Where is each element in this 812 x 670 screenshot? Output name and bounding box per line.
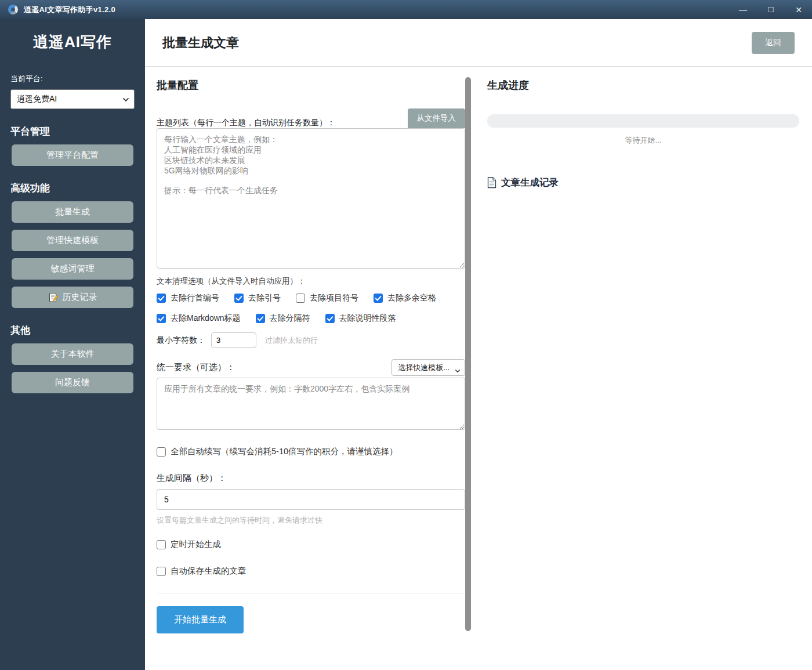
platform-select[interactable]: 逍遥免费AI [10,89,135,109]
interval-input[interactable] [157,489,465,510]
maximize-button[interactable]: □ [766,4,776,14]
sidebar-button-history[interactable]: 历史记录 [12,287,133,308]
checkbox-icon [296,294,305,303]
sidebar: 逍遥AI写作 当前平台: 逍遥免费AI 平台管理 管理平台配置 高级功能 批量生… [0,19,145,670]
import-file-button[interactable]: 从文件导入 [408,108,466,128]
close-button[interactable]: ✕ [793,5,804,15]
checkbox-remove-extra-spaces[interactable]: 去除多余空格 [374,293,436,303]
min-chars-input[interactable] [211,332,256,348]
sidebar-button-feedback[interactable]: 问题反馈 [12,372,133,393]
checkbox-icon [374,294,383,303]
template-select[interactable]: 选择快速模板... [392,359,465,376]
section-heading-platform: 平台管理 [0,125,145,138]
schedule-start-checkbox[interactable]: 定时开始生成 [157,539,465,550]
checkbox-icon [157,447,166,457]
back-button[interactable]: 返回 [752,32,795,54]
start-batch-button[interactable]: 开始批量生成 [157,606,244,633]
min-chars-hint: 过滤掉太短的行 [265,335,318,346]
checkbox-remove-markdown-headings[interactable]: 去除Markdown标题 [157,313,241,324]
sidebar-button-manage-platform[interactable]: 管理平台配置 [12,144,133,166]
sidebar-button-batch-generate[interactable]: 批量生成 [12,201,133,223]
interval-label: 生成间隔（秒）： [157,473,465,484]
requirements-textarea[interactable] [157,378,465,430]
app-logo-icon [8,5,18,15]
minimize-button[interactable]: — [738,5,748,15]
window-title: 逍遥AI文章写作助手v1.2.0 [24,5,115,15]
divider [157,593,465,593]
records-heading: 文章生成记录 [501,176,559,189]
cleaning-options-label: 文本清理选项（从文件导入时自动应用）： [157,276,465,287]
requirements-label: 统一要求（可选）： [157,362,235,373]
topics-label: 主题列表（每行一个主题，自动识别任务数量）： [157,118,335,128]
checkbox-icon [157,540,166,549]
platform-label: 当前平台: [0,74,145,84]
checkbox-icon [256,314,265,323]
platform-select-value: 逍遥免费AI [17,94,57,104]
memo-icon [48,292,59,303]
config-heading: 批量配置 [157,78,465,92]
checkbox-remove-quotes[interactable]: 去除引号 [234,293,281,303]
section-heading-other: 其他 [0,324,145,337]
checkbox-remove-separators[interactable]: 去除分隔符 [256,313,310,324]
sidebar-button-sensitive-words[interactable]: 敏感词管理 [12,258,133,280]
checkbox-remove-bullets[interactable]: 去除项目符号 [296,293,358,303]
section-heading-advanced: 高级功能 [0,182,145,195]
sidebar-button-about[interactable]: 关于本软件 [12,343,133,365]
main-header: 批量生成文章 返回 [145,19,812,67]
checkbox-remove-explanatory[interactable]: 去除说明性段落 [325,313,396,324]
template-select-value: 选择快速模板... [398,363,449,372]
page-title: 批量生成文章 [162,34,239,52]
left-pane-scrollbar[interactable] [465,77,471,631]
sidebar-button-history-label: 历史记录 [63,292,97,303]
min-chars-label: 最小字符数： [157,335,205,346]
checkbox-icon [157,567,166,576]
progress-panel: 生成进度 等待开始... 文章生成记录 [487,67,799,633]
auto-continue-checkbox[interactable]: 全部自动续写（续写会消耗5-10倍写作的积分，请谨慎选择） [157,446,465,457]
sidebar-button-quick-templates[interactable]: 管理快速模板 [12,230,133,251]
checkbox-icon [234,294,244,303]
checkbox-icon [157,314,166,323]
document-icon [487,177,496,189]
progress-bar [487,114,799,128]
batch-config-panel: 批量配置 主题列表（每行一个主题，自动识别任务数量）： 从文件导入 文本清理选项… [157,67,465,633]
checkbox-icon [325,314,335,323]
progress-status: 等待开始... [487,135,799,146]
checkbox-icon [157,294,166,303]
app-title: 逍遥AI写作 [0,32,145,52]
topics-textarea[interactable] [157,128,465,269]
checkbox-remove-line-numbers[interactable]: 去除行首编号 [157,293,219,303]
autosave-checkbox[interactable]: 自动保存生成的文章 [157,566,465,577]
progress-heading: 生成进度 [487,78,799,92]
interval-hint: 设置每篇文章生成之间的等待时间，避免请求过快 [157,515,465,526]
title-bar: 逍遥AI文章写作助手v1.2.0 — □ ✕ [0,0,812,19]
